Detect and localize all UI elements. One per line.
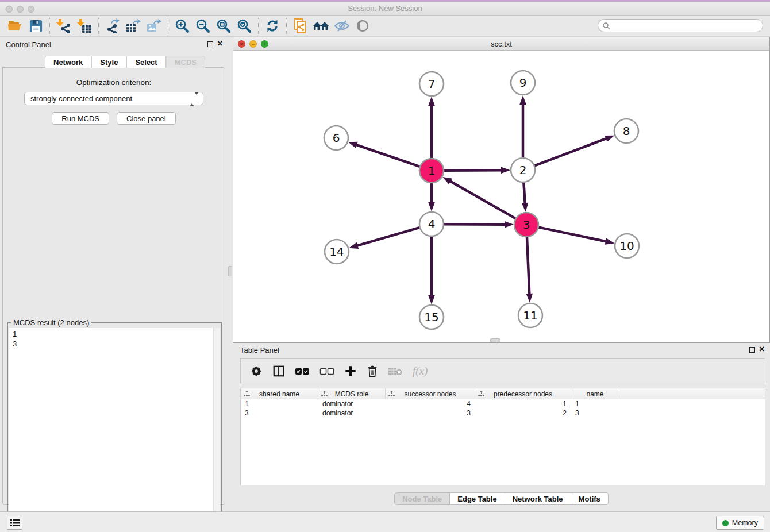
tab-network-table[interactable]: Network Table <box>505 492 571 505</box>
add-column-icon[interactable] <box>344 365 357 377</box>
tab-node-table[interactable]: Node Table <box>394 492 450 505</box>
network-window-title: scc.txt <box>233 40 769 48</box>
table-cell[interactable]: dominator <box>318 408 386 418</box>
control-panel-tabs: Network Style Select MCDS <box>45 56 205 68</box>
horizontal-split-handle[interactable] <box>490 338 500 342</box>
graph-edge-1-6[interactable] <box>356 145 420 167</box>
network-canvas[interactable]: 7968124314101511 <box>233 51 769 342</box>
table-row[interactable]: 1dominator411 <box>241 399 765 408</box>
graph-edge-3-10[interactable] <box>538 227 607 241</box>
table-cell[interactable]: 3 <box>386 408 475 418</box>
split-panel-icon[interactable] <box>272 365 285 377</box>
graph-node-label: 15 <box>424 310 438 324</box>
export-network-icon[interactable] <box>102 17 123 35</box>
refresh-view-icon[interactable] <box>262 17 283 35</box>
control-panel-title: Control Panel <box>6 40 51 49</box>
column-settings-gear-icon[interactable] <box>250 365 263 377</box>
graph-edge-4-14[interactable] <box>357 228 420 246</box>
result-scrollbar[interactable] <box>213 328 220 532</box>
column-header-predecessor-nodes[interactable]: predecessor nodes <box>475 388 571 399</box>
save-session-icon[interactable] <box>25 17 46 35</box>
zoom-fit-icon[interactable] <box>213 17 234 35</box>
column-header-name[interactable]: name <box>571 388 619 399</box>
clone-network-icon[interactable] <box>290 17 311 35</box>
tab-network[interactable]: Network <box>45 56 91 68</box>
network-window-titlebar[interactable]: ✕ − + scc.txt <box>233 37 769 51</box>
tab-mcds[interactable]: MCDS <box>166 56 205 68</box>
task-history-button[interactable] <box>7 516 22 530</box>
table-close-panel-icon[interactable]: × <box>759 345 764 354</box>
toolbar-separator <box>98 18 99 34</box>
edge-arrowhead <box>348 142 358 148</box>
zoom-selected-icon[interactable] <box>234 17 255 35</box>
table-panel-title: Table Panel <box>240 346 279 354</box>
tab-select[interactable]: Select <box>126 56 165 68</box>
column-type-icon <box>321 391 328 397</box>
show-all-eye-icon[interactable] <box>352 17 373 35</box>
graph-edge-3-11[interactable] <box>527 237 529 295</box>
tab-style[interactable]: Style <box>91 56 126 68</box>
edge-arrowhead <box>442 177 452 184</box>
import-table-icon[interactable] <box>74 17 95 35</box>
mcds-result-area[interactable]: 1 3 <box>9 328 220 532</box>
dropdown-value: strongly connected component <box>30 94 132 103</box>
graph-node-label: 1 <box>428 164 436 178</box>
tab-edge-table[interactable]: Edge Table <box>450 492 505 505</box>
edge-arrowhead <box>526 294 533 303</box>
graph-edge-1-2[interactable] <box>444 170 502 171</box>
zoom-in-icon[interactable] <box>172 17 192 35</box>
memory-button[interactable]: Memory <box>716 516 764 530</box>
node-table: shared nameMCDS rolesuccessor nodesprede… <box>240 388 765 485</box>
table-cell[interactable]: 4 <box>386 399 475 408</box>
edge-arrowhead <box>522 203 529 212</box>
table-cell[interactable]: 1 <box>241 399 318 408</box>
zoom-out-icon[interactable] <box>192 17 213 35</box>
delete-table-icon <box>388 366 403 376</box>
optimization-criterion-label: Optimization criterion: <box>3 78 225 87</box>
graph-edge-4-3[interactable] <box>444 224 506 225</box>
column-type-icon <box>478 391 484 397</box>
optimization-criterion-dropdown[interactable]: strongly connected component <box>24 92 203 105</box>
search-field[interactable] <box>598 19 763 32</box>
application-window: Session: New Session <box>0 0 770 532</box>
table-cell[interactable]: 1 <box>571 399 619 408</box>
graph-node-label: 11 <box>523 309 537 322</box>
hide-selected-eye-icon[interactable] <box>332 17 352 35</box>
table-cell[interactable]: 2 <box>475 408 571 418</box>
search-input[interactable] <box>610 22 763 30</box>
tab-motifs[interactable]: Motifs <box>571 492 609 505</box>
column-header-successor-nodes[interactable]: successor nodes <box>386 388 475 399</box>
close-panel-button[interactable]: Close panel <box>117 112 176 125</box>
export-table-icon[interactable] <box>123 17 144 35</box>
vertical-split-handle[interactable] <box>228 266 232 276</box>
float-panel-icon[interactable] <box>207 41 213 47</box>
table-cell[interactable]: 3 <box>241 408 318 418</box>
column-header-MCDS-role[interactable]: MCDS role <box>318 388 386 399</box>
unselect-all-columns-icon[interactable] <box>319 367 334 376</box>
toolbar-separator <box>49 18 50 34</box>
first-neighbors-icon[interactable] <box>311 17 332 35</box>
export-image-icon[interactable] <box>144 17 164 35</box>
network-graph[interactable]: 7968124314101511 <box>233 51 769 342</box>
title-bar: Session: New Session <box>0 2 770 16</box>
graph-node-label: 14 <box>329 245 344 259</box>
graph-edge-2-8[interactable] <box>534 138 607 166</box>
node-table-header: shared nameMCDS rolesuccessor nodesprede… <box>241 388 765 399</box>
graph-edge-3-1[interactable] <box>449 181 515 219</box>
close-panel-icon[interactable]: × <box>217 39 222 48</box>
column-type-icon <box>244 391 250 397</box>
table-cell[interactable]: 3 <box>571 408 619 418</box>
toolbar-separator <box>286 18 287 34</box>
delete-column-trash-icon[interactable] <box>367 365 378 377</box>
table-cell[interactable]: dominator <box>318 399 386 408</box>
edge-arrowhead <box>428 295 435 304</box>
column-header-shared-name[interactable]: shared name <box>241 388 318 399</box>
table-row[interactable]: 3dominator323 <box>241 408 765 418</box>
open-folder-icon[interactable] <box>5 17 25 35</box>
graph-edge-2-3[interactable] <box>523 182 525 204</box>
run-mcds-button[interactable]: Run MCDS <box>52 112 109 125</box>
table-float-panel-icon[interactable] <box>749 347 755 353</box>
select-all-columns-icon[interactable] <box>295 367 310 376</box>
import-network-icon[interactable] <box>53 17 74 35</box>
table-cell[interactable]: 1 <box>475 399 571 408</box>
